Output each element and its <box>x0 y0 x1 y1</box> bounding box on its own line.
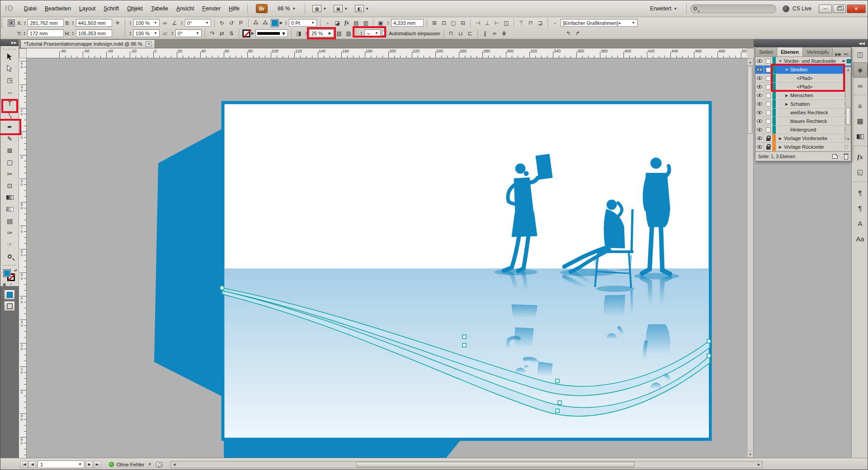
lock-cell[interactable] <box>764 74 773 82</box>
scroll-down-icon[interactable]: ▼ <box>747 451 753 457</box>
stroke-weight-field[interactable]: ▲▼0 Pt▼ <box>284 19 317 27</box>
formatting-affects-toggle[interactable]: ▣ T <box>3 282 14 287</box>
chevron-down-icon[interactable]: ▼ <box>152 21 157 25</box>
distribute-vcenter-icon[interactable]: ⊔ <box>457 29 465 38</box>
menu-item-hilfe[interactable]: Hilfe <box>225 4 244 14</box>
menu-item-ansicht[interactable]: Ansicht <box>172 4 198 14</box>
eye-icon[interactable] <box>757 76 762 80</box>
rotation-angle-field-value[interactable]: 0°▼ <box>185 19 211 27</box>
visibility-cell[interactable] <box>755 91 764 99</box>
free-transform-tool[interactable]: ⊡ <box>0 180 19 192</box>
selection-indicator[interactable]: ✒ <box>842 59 851 64</box>
lock-cell[interactable] <box>764 57 773 65</box>
lock-checkbox[interactable] <box>766 76 771 81</box>
spinner-icon[interactable]: ▲▼ <box>23 31 27 36</box>
visibility-cell[interactable] <box>755 100 764 108</box>
eye-icon[interactable] <box>757 145 762 149</box>
shear-angle-field-value[interactable]: 0°▼ <box>175 29 202 37</box>
layer-row-vorlage-vorderseite[interactable]: ▶Vorlage Vorderseite <box>755 134 851 143</box>
visibility-cell[interactable] <box>755 66 764 74</box>
layer-row-wei-es-rechteck[interactable]: weißes Rechteck <box>755 108 851 117</box>
menu-item-schrift[interactable]: Schrift <box>99 4 123 14</box>
zoom-tool[interactable] <box>0 250 19 262</box>
layer-row-vorlage-r-ckseite[interactable]: ▶Vorlage Rückseite <box>755 143 851 151</box>
search-input[interactable] <box>690 5 776 13</box>
chevron-down-icon[interactable]: ▼ <box>152 31 157 35</box>
corner-shape-dropdown[interactable]: ▲▼¬▼ <box>359 29 381 37</box>
chevron-down-icon[interactable]: ▼ <box>281 31 286 36</box>
shear-angle-field[interactable]: ▲▼0°▼ <box>170 29 202 37</box>
note-tool[interactable]: ▤ <box>0 215 19 227</box>
paragraph-panel-icon[interactable]: ¶ <box>852 185 868 200</box>
menu-item-objekt[interactable]: Objekt <box>123 4 147 14</box>
lock-checkbox[interactable] <box>766 127 771 132</box>
lock-checkbox[interactable] <box>766 102 771 107</box>
align-top-icon[interactable]: ⊤ <box>517 19 525 27</box>
y-position-field[interactable]: Y:▲▼172 mm <box>17 29 64 37</box>
corner-radius-field-value[interactable]: 4,233 mm <box>391 19 424 27</box>
corner-radius-field[interactable]: ▲▼4,233 mm <box>386 19 424 27</box>
workspace-switcher[interactable]: Erweitert▼ <box>650 5 677 12</box>
visibility-cell[interactable] <box>755 83 764 91</box>
distribute-top-icon[interactable]: ⊓ <box>447 29 455 38</box>
visibility-cell[interactable] <box>755 134 764 142</box>
layers-scrollbar[interactable]: ▲▼ <box>845 67 851 141</box>
fill-color-icon[interactable] <box>271 19 279 27</box>
wrap-left-icon[interactable]: ▧ <box>335 29 343 38</box>
gap-tool[interactable]: ↔ <box>0 86 19 98</box>
spinner-icon[interactable]: ▲▼ <box>71 31 75 36</box>
corner-options-icon[interactable]: ▣ <box>377 19 385 27</box>
lock-cell[interactable] <box>764 143 773 151</box>
distribute-grid-icon[interactable]: ⋕ <box>500 29 508 38</box>
layer-row-blaues-rechteck[interactable]: blaues Rechteck <box>755 117 851 126</box>
delete-layer-icon[interactable] <box>844 155 848 160</box>
eye-icon[interactable] <box>757 94 762 97</box>
dock-header[interactable]: ◀◀ <box>754 39 868 47</box>
layer-row-hintergrund[interactable]: Hintergrund <box>755 126 851 134</box>
chevron-right-icon[interactable]: ▶ <box>251 31 254 35</box>
character-panel-icon[interactable]: A <box>852 216 868 231</box>
bridge-button[interactable]: Br <box>256 4 268 13</box>
lock-cell[interactable] <box>764 83 773 91</box>
object-style-dropdown-value[interactable]: [Einfacher Grafikrahmen]+▼ <box>561 19 637 27</box>
spinner-icon[interactable]: ▲▼ <box>180 21 184 25</box>
previous-page-button[interactable]: ◀ <box>28 461 36 468</box>
opacity-field-value[interactable]: 25 %▶ <box>309 29 334 37</box>
chevron-right-icon[interactable]: ▶ <box>327 31 331 35</box>
scale-y-field-value[interactable]: 100 %▼ <box>133 29 160 37</box>
target-square-icon[interactable] <box>847 59 851 63</box>
opacity-field[interactable]: ▲▼25 %▶ <box>304 29 334 37</box>
links-panel-icon[interactable]: ∞ <box>852 78 868 93</box>
spinner-icon[interactable]: ▲▼ <box>170 31 175 36</box>
distribute-bottom-icon[interactable]: ⊏ <box>466 29 474 38</box>
width-field-value[interactable]: 441,503 mm <box>76 19 112 27</box>
tab-verknüpfu[interactable]: Verknüpfu <box>803 47 833 56</box>
checkbox-icon[interactable] <box>382 31 387 36</box>
eyedropper-tool[interactable]: ✑ <box>0 227 19 239</box>
character-styles-panel-icon[interactable]: Aa <box>852 231 868 246</box>
gradient-swatch-icon[interactable]: ◪ <box>333 19 341 27</box>
type-tool[interactable]: T <box>0 98 19 109</box>
visibility-cell[interactable] <box>755 57 764 65</box>
eye-icon[interactable] <box>757 68 762 71</box>
screen-mode-dropdown[interactable]: ▣▼ <box>334 5 348 12</box>
expander-icon[interactable]: ▼ <box>784 68 789 72</box>
menu-item-datei[interactable]: Datei <box>20 4 41 14</box>
layer-row-vorder-und-rueckseite[interactable]: ▼Vorder- und Rueckseite✒ <box>755 57 851 66</box>
selection-tool[interactable] <box>0 51 19 62</box>
rotate-180-icon[interactable]: ↷ <box>208 29 217 38</box>
spinner-icon[interactable]: ▲▼ <box>128 21 132 25</box>
lock-icon[interactable] <box>766 146 770 150</box>
rotate-ccw-icon[interactable]: ↺ <box>227 19 236 27</box>
page-tool[interactable]: ◳ <box>0 74 19 86</box>
lock-cell[interactable] <box>764 117 773 125</box>
corner-shape-dropdown-value[interactable]: ¬▼ <box>364 29 381 37</box>
swatches-panel-icon[interactable]: ▦ <box>852 113 868 129</box>
minimize-button[interactable]: ─ <box>819 5 832 13</box>
blend-mode-icon[interactable]: ◨ <box>295 29 303 38</box>
panel-menu-icon[interactable]: ▾≡ <box>844 52 849 56</box>
lock-cell[interactable] <box>764 126 773 134</box>
direct-selection-tool[interactable] <box>0 62 19 74</box>
gradient-feather-tool[interactable] <box>0 203 19 215</box>
rotation-angle-icon[interactable]: ∠ <box>170 19 179 27</box>
